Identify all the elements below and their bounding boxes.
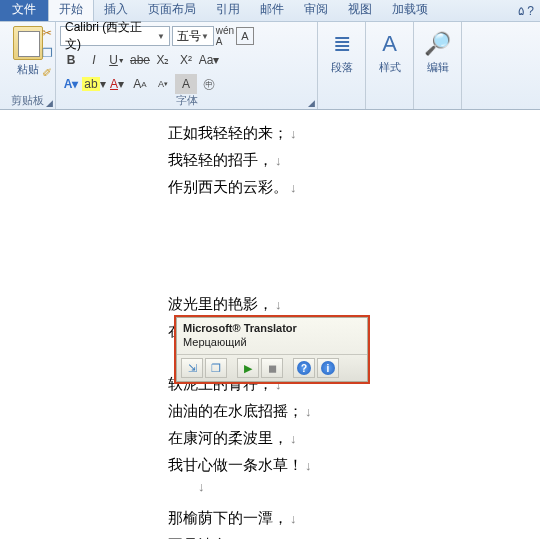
font-name-combo[interactable]: Calibri (西文正文)▼	[60, 26, 170, 46]
editing-button[interactable]: 🔎 编辑	[418, 24, 457, 75]
tab-addins[interactable]: 加载项	[382, 0, 438, 21]
tab-review[interactable]: 审阅	[294, 0, 338, 21]
group-clipboard: 粘贴 ✂ ❐ ✐ 剪贴板◢	[0, 22, 56, 109]
shrink-font-button[interactable]: A▾	[152, 74, 174, 94]
tab-home[interactable]: 开始	[48, 0, 94, 21]
bold-button[interactable]: B	[60, 50, 82, 70]
font-launcher-icon[interactable]: ◢	[308, 98, 315, 108]
copy-icon[interactable]: ❐	[42, 46, 53, 60]
paste-icon	[13, 26, 43, 60]
text-effects-button[interactable]: A▾	[60, 74, 82, 94]
translator-play-button[interactable]: ▶	[237, 358, 259, 378]
italic-button[interactable]: I	[83, 50, 105, 70]
subscript-button[interactable]: X₂	[152, 50, 174, 70]
tab-view[interactable]: 视图	[338, 0, 382, 21]
translator-popup: Microsoft® Translator Мерцающий ⇲ ❐ ▶ ◼ …	[174, 315, 370, 384]
translator-stop-button[interactable]: ◼	[261, 358, 283, 378]
font-label: 字体	[176, 94, 198, 106]
translator-expand-button[interactable]: ⇲	[181, 358, 203, 378]
text-line[interactable]: 我轻轻的招手，↓	[168, 147, 540, 174]
paragraph-icon: ≣	[333, 28, 351, 60]
clipboard-label: 剪贴板	[11, 94, 44, 106]
text-line[interactable]: 我甘心做一条水草！↓	[168, 452, 540, 479]
group-paragraph: ≣ 段落	[318, 22, 366, 109]
expand-icon: ⇲	[188, 362, 197, 375]
text-line[interactable]: 在康河的柔波里，↓	[168, 425, 540, 452]
text-line[interactable]: 不是清泉，↓	[168, 532, 540, 539]
paragraph-mark-icon: ↓	[290, 511, 297, 526]
tab-file[interactable]: 文件	[0, 0, 48, 21]
translator-info-button[interactable]: i	[317, 358, 339, 378]
tab-insert[interactable]: 插入	[94, 0, 138, 21]
group-editing: 🔎 编辑	[414, 22, 462, 109]
cut-icon[interactable]: ✂	[42, 26, 53, 40]
translator-toolbar: ⇲ ❐ ▶ ◼ ? i	[177, 354, 367, 381]
help-icon[interactable]: ۵ ?	[512, 1, 540, 21]
chevron-down-icon: ▼	[157, 32, 165, 41]
translator-title: Microsoft® Translator	[177, 318, 367, 334]
text-line[interactable]: 那榆荫下的一潭，↓	[168, 505, 540, 532]
phonetic-guide-button[interactable]: wénA	[216, 27, 234, 45]
empty-line[interactable]: ↓	[168, 479, 540, 505]
editing-label: 编辑	[427, 60, 449, 75]
paragraph-mark-icon: ↓	[305, 404, 312, 419]
help-icon: ?	[297, 361, 311, 375]
copy-icon: ❐	[211, 362, 221, 375]
chevron-down-icon: ▼	[201, 32, 209, 41]
paragraph-mark-icon: ↓	[290, 431, 297, 446]
play-icon: ▶	[244, 362, 252, 375]
font-size-value: 五号	[177, 28, 201, 45]
font-color-button[interactable]: A▾	[106, 74, 128, 94]
underline-button[interactable]: U▼	[106, 50, 128, 70]
superscript-button[interactable]: X²	[175, 50, 197, 70]
clipboard-launcher-icon[interactable]: ◢	[46, 98, 53, 108]
styles-label: 样式	[379, 60, 401, 75]
enclose-characters-button[interactable]: ㊥	[198, 74, 220, 94]
grow-font-button[interactable]: AA	[129, 74, 151, 94]
group-font: Calibri (西文正文)▼ 五号▼ wénA A B I U▼ abe X₂…	[56, 22, 318, 109]
text-line[interactable]: 作别西天的云彩。↓	[168, 174, 540, 201]
character-border-button[interactable]: A	[236, 27, 254, 45]
group-styles: А 样式	[366, 22, 414, 109]
paragraph-mark-icon: ↓	[275, 297, 282, 312]
character-shading-button[interactable]: A	[175, 74, 197, 94]
translator-result: Мерцающий	[177, 334, 367, 354]
info-icon: i	[321, 361, 335, 375]
stop-icon: ◼	[268, 362, 277, 375]
font-size-combo[interactable]: 五号▼	[172, 26, 214, 46]
paragraph-mark-icon: ↓	[305, 458, 312, 473]
text-line[interactable]: 波光里的艳影，↓	[168, 291, 540, 318]
tab-mail[interactable]: 邮件	[250, 0, 294, 21]
format-painter-icon[interactable]: ✐	[42, 66, 53, 80]
tab-references[interactable]: 引用	[206, 0, 250, 21]
change-case-button[interactable]: Aa▾	[198, 50, 220, 70]
translator-copy-button[interactable]: ❐	[205, 358, 227, 378]
styles-button[interactable]: А 样式	[370, 24, 409, 75]
text-line[interactable]: 正如我轻轻的来；↓	[168, 120, 540, 147]
translator-help-button[interactable]: ?	[293, 358, 315, 378]
highlight-button[interactable]: ab▾	[83, 74, 105, 94]
paragraph-mark-icon: ↓	[275, 153, 282, 168]
tab-layout[interactable]: 页面布局	[138, 0, 206, 21]
strikethrough-button[interactable]: abe	[129, 50, 151, 70]
paragraph-label: 段落	[331, 60, 353, 75]
paragraph-mark-icon: ↓	[290, 180, 297, 195]
find-icon: 🔎	[424, 28, 451, 60]
paragraph-mark-icon: ↓	[290, 126, 297, 141]
document-area: 正如我轻轻的来；↓ 我轻轻的招手，↓ 作别西天的云彩。↓ 波光里的艳影，↓ 在我…	[0, 110, 540, 539]
styles-icon: А	[382, 28, 397, 60]
paste-label: 粘贴	[17, 62, 39, 77]
paragraph-button[interactable]: ≣ 段落	[322, 24, 361, 75]
text-line[interactable]: 油油的在水底招摇；↓	[168, 398, 540, 425]
